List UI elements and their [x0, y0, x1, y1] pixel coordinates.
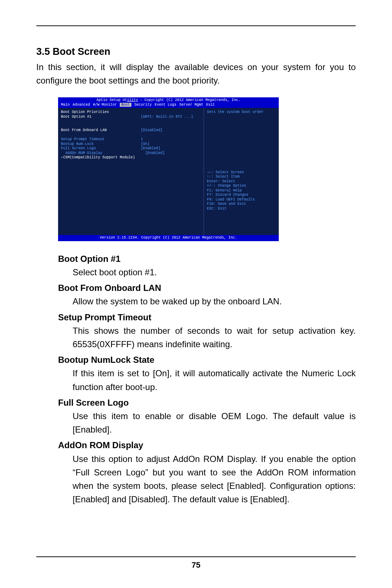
bios-hint: Sets the system boot order — [207, 110, 276, 115]
bios-row-value: [UEFI: Built-in EFI ...] — [141, 115, 193, 119]
bios-row-value: [Enabled] — [145, 151, 165, 156]
definition-desc: Use this option to adjust AddOn ROM Disp… — [36, 452, 356, 506]
definition-item: Full Screen LogoUse this item to enable … — [36, 396, 356, 437]
bios-group-title: Boot Option Priorities — [61, 110, 201, 115]
definition-item: Bootup NumLock StateIf this item is set … — [36, 353, 356, 394]
bios-help-line: F7: Discard Changes — [207, 193, 276, 198]
bios-help-line: +/-: Change Option — [207, 184, 276, 188]
bios-row-label: Boot Option #1 — [61, 115, 141, 119]
bios-title-left: Aptio Setup Ut — [97, 98, 127, 102]
page-number: 75 — [0, 560, 392, 570]
definition-desc: Use this item to enable or disable OEM L… — [36, 409, 356, 436]
bios-left-panel: Boot Option Priorities Boot Option #1[UE… — [58, 108, 204, 235]
bios-row-label: Full Screen Logo — [61, 146, 141, 151]
bottom-rule — [36, 556, 356, 557]
section-heading: 3.5 Boot Screen — [36, 46, 356, 57]
definition-list: Boot Option #1Select boot option #1.Boot… — [36, 252, 356, 506]
bios-row: Setup Prompt Timeout1 — [61, 137, 201, 142]
bios-row-value: 1 — [141, 137, 143, 142]
bios-help-line: F9: Load UEFI Defaults — [207, 198, 276, 202]
bios-help-line: →←: Select Screen — [207, 170, 276, 175]
bios-row-value: [On] — [141, 142, 150, 147]
bios-row-label: Setup Prompt Timeout — [61, 137, 141, 142]
bios-help-line: ESC: Exit — [207, 207, 276, 211]
definition-item: AddOn ROM DisplayUse this option to adju… — [36, 438, 356, 506]
definition-term: Boot Option #1 — [36, 252, 356, 265]
bios-tabs: MainAdvancedH/W MonitorBootSecurityEvent… — [58, 103, 279, 108]
bios-help-line: F10: Save and Exit — [207, 202, 276, 207]
bios-tab: Server Mgmt — [179, 103, 203, 107]
bios-tab: Boot — [120, 103, 131, 107]
bios-screenshot: Aptio Setup Utility – Copyright (C) 2012… — [58, 97, 279, 241]
definition-desc: Allow the system to be waked up by the o… — [36, 295, 356, 308]
bios-title-bar: Aptio Setup Utility – Copyright (C) 2012… — [58, 97, 279, 103]
bios-help-line: Enter: Select — [207, 179, 276, 184]
bios-title-underline: ility — [127, 98, 138, 102]
bios-csm-line: CSM(Compatibility Support Module) — [63, 155, 135, 160]
bios-help-line: ↑↓: Select Item — [207, 175, 276, 179]
bios-tab: H/W Monitor — [93, 103, 117, 107]
section-intro: In this section, it will display the ava… — [36, 60, 356, 87]
definition-desc: This shows the number of seconds to wait… — [36, 324, 356, 351]
bios-help-block: →←: Select Screen↑↓: Select ItemEnter: S… — [207, 170, 276, 211]
bios-right-panel: Sets the system boot order →←: Select Sc… — [204, 108, 279, 235]
bios-row: Boot Option #1[UEFI: Built-in EFI ...] — [61, 115, 201, 119]
definition-term: Bootup NumLock State — [36, 353, 356, 366]
bios-row: AddOn ROM Display[Enabled] — [61, 151, 201, 156]
bios-row-label: Bootup Num-Lock — [61, 142, 141, 147]
definition-term: Full Screen Logo — [36, 396, 356, 409]
bios-tab: Exit — [206, 103, 215, 107]
definition-item: Setup Prompt TimeoutThis shows the numbe… — [36, 311, 356, 351]
bios-tab: Advanced — [73, 103, 90, 107]
bios-footer: Version 2.15.1234. Copyright (C) 2012 Am… — [58, 235, 279, 241]
bios-row: Full Screen Logo[Enabled] — [61, 146, 201, 151]
definition-term: Boot From Onboard LAN — [36, 281, 356, 295]
bios-row: Bootup Num-Lock[On] — [61, 142, 201, 147]
bios-tab: Main — [61, 103, 70, 107]
bios-row-label: Boot From Onboard LAN — [61, 128, 141, 133]
definition-item: Boot From Onboard LANAllow the system to… — [36, 281, 356, 308]
bios-row-value: [Disabled] — [141, 128, 163, 133]
bios-tab: Event Logs — [155, 103, 176, 107]
bios-help-line: F1: General Help — [207, 188, 276, 193]
bios-tab: Security — [134, 103, 152, 107]
bios-row: Boot From Onboard LAN[Disabled] — [61, 128, 201, 133]
definition-term: AddOn ROM Display — [36, 438, 356, 452]
definition-desc: If this item is set to [On], it will aut… — [36, 366, 356, 393]
bios-row-label: AddOn ROM Display — [61, 151, 145, 156]
bios-row-value: [Enabled] — [141, 146, 160, 151]
bios-title-right: – Copyright (C) 2012 American Megatrends… — [138, 98, 240, 102]
definition-item: Boot Option #1Select boot option #1. — [36, 252, 356, 279]
definition-term: Setup Prompt Timeout — [36, 311, 356, 324]
definition-desc: Select boot option #1. — [36, 265, 356, 279]
top-rule — [36, 25, 356, 26]
